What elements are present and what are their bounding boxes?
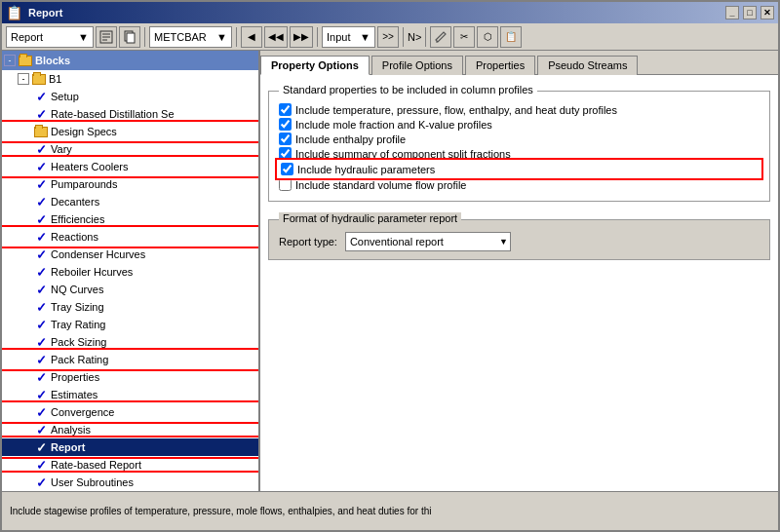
checkbox-hydraulic-params[interactable]: [281, 163, 293, 175]
toolbar-btn-2[interactable]: [119, 26, 140, 48]
tree-item-reboiler-hcurves[interactable]: ✓ Reboiler Hcurves: [2, 263, 258, 281]
nav-right-btn[interactable]: >>: [377, 26, 399, 48]
tree-item-decanters[interactable]: ✓ Decanters: [2, 193, 258, 210]
paste-btn[interactable]: 📋: [500, 26, 522, 48]
tree-item-pumparounds[interactable]: ✓ Pumparounds: [2, 175, 258, 193]
tab-pseudo-streams[interactable]: Pseudo Streams: [537, 56, 638, 75]
nq-curves-check-icon: ✓: [33, 282, 49, 297]
tab-profile-options[interactable]: Profile Options: [371, 56, 463, 75]
decanters-check-icon: ✓: [33, 194, 49, 209]
pack-sizing-label: Pack Sizing: [51, 336, 106, 348]
user-sub-check-icon: ✓: [33, 475, 49, 490]
right-panel: Property Options Profile Options Propert…: [260, 51, 778, 491]
copy-btn[interactable]: ⬡: [477, 26, 498, 48]
tabs-bar: Property Options Profile Options Propert…: [260, 51, 778, 75]
analysis-check-icon: ✓: [33, 422, 49, 437]
tree-item-estimates[interactable]: ✓ Estimates: [2, 386, 258, 403]
checkbox-mole-fraction[interactable]: [279, 118, 292, 131]
minimize-btn[interactable]: _: [725, 6, 739, 19]
checkbox-mole-fraction-label: Include mole fraction and K-value profil…: [295, 119, 492, 131]
sep-4: [403, 27, 404, 47]
format-section-title: Format of hydraulic parameter report: [279, 212, 461, 224]
close-btn[interactable]: ✕: [760, 6, 774, 19]
window-title: Report: [28, 7, 62, 19]
sep-1: [144, 27, 145, 47]
nq-curves-label: NQ Curves: [51, 284, 103, 295]
tab-properties[interactable]: Properties: [465, 56, 535, 75]
tree-item-rate-based-report[interactable]: ✓ Rate-based Report: [2, 456, 258, 474]
tree-item-setup[interactable]: ✓ Setup: [2, 88, 258, 105]
format-section: Format of hydraulic parameter report Rep…: [268, 219, 770, 260]
tree-item-design-specs[interactable]: Design Specs: [2, 123, 258, 140]
convergence-label: Convergence: [51, 406, 114, 418]
maximize-btn[interactable]: □: [743, 6, 757, 19]
tree-item-efficiencies[interactable]: ✓ Efficiencies: [2, 210, 258, 228]
tree-panel: - Blocks - B1 ✓ Setup: [2, 51, 260, 491]
tree-item-blocks[interactable]: - Blocks: [2, 51, 258, 70]
tree-item-properties[interactable]: ✓ Properties: [2, 368, 258, 386]
reactions-check-icon: ✓: [33, 229, 49, 245]
tree-item-nq-curves[interactable]: ✓ NQ Curves: [2, 281, 258, 298]
tree-item-tray-sizing[interactable]: ✓ Tray Sizing: [2, 298, 258, 316]
edit-btn[interactable]: [430, 26, 451, 48]
tree-item-b1[interactable]: - B1: [2, 70, 258, 88]
efficiencies-label: Efficiencies: [51, 213, 104, 225]
checkbox-summary-component[interactable]: [279, 147, 292, 160]
tab-pseudo-streams-label: Pseudo Streams: [548, 59, 627, 71]
input-dropdown[interactable]: Input ▼: [322, 26, 375, 48]
convergence-check-icon: ✓: [33, 404, 49, 420]
b1-expand[interactable]: -: [18, 73, 29, 85]
pumparounds-check-icon: ✓: [33, 176, 49, 192]
rate-dist-check-icon: ✓: [33, 106, 49, 122]
tree-item-convergence[interactable]: ✓ Convergence: [2, 403, 258, 421]
fwd2-btn[interactable]: ▶▶: [290, 26, 313, 48]
property-options-content: Standard properties to be included in co…: [260, 75, 778, 491]
title-bar: 📋 Report _ □ ✕: [2, 2, 778, 23]
report-type-label: Report type:: [279, 236, 337, 247]
back2-btn[interactable]: ◀◀: [264, 26, 288, 48]
checkbox-row-temp-press: Include temperature, pressure, flow, ent…: [279, 103, 760, 116]
tree-item-heaters-coolers[interactable]: ✓ Heaters Coolers: [2, 158, 258, 175]
cut-btn[interactable]: ✂: [453, 26, 475, 48]
sep-5: [425, 27, 426, 47]
tree-item-analysis[interactable]: ✓ Analysis: [2, 421, 258, 438]
back-btn[interactable]: ◀: [241, 26, 262, 48]
tray-rating-check-icon: ✓: [33, 317, 49, 332]
pack-rating-check-icon: ✓: [33, 352, 49, 367]
checkbox-row-summary-component: Include summary of component split fract…: [279, 147, 760, 160]
pack-rating-label: Pack Rating: [51, 354, 108, 365]
tree-item-vary[interactable]: ✓ Vary: [2, 140, 258, 158]
properties-label: Properties: [51, 371, 99, 383]
tree-item-report[interactable]: ✓ Report: [2, 438, 258, 456]
report-dropdown[interactable]: Report ▼: [6, 26, 94, 48]
tab-property-options[interactable]: Property Options: [260, 56, 370, 75]
toolbar-btn-1[interactable]: [96, 26, 117, 48]
tree-item-condenser-hcurves[interactable]: ✓ Condenser Hcurves: [2, 246, 258, 263]
tab-profile-options-label: Profile Options: [382, 59, 452, 71]
blocks-folder-icon: [18, 53, 33, 68]
blocks-expand[interactable]: -: [4, 55, 16, 66]
checkbox-standard-volume[interactable]: [279, 178, 292, 191]
tree-item-rate-dist[interactable]: ✓ Rate-based Distillation Se: [2, 105, 258, 123]
checkbox-temp-press[interactable]: [279, 103, 292, 116]
sep-2: [236, 27, 237, 47]
svg-rect-5: [127, 33, 135, 43]
checkbox-temp-press-label: Include temperature, pressure, flow, ent…: [295, 104, 617, 116]
checkboxes-container: Include temperature, pressure, flow, ent…: [279, 103, 760, 191]
tree-item-pack-sizing[interactable]: ✓ Pack Sizing: [2, 333, 258, 351]
rate-based-check-icon: ✓: [33, 457, 49, 473]
checkbox-enthalpy-label: Include enthalpy profile: [295, 133, 406, 145]
user-sub-label: User Subroutines: [51, 476, 134, 488]
tree-item-pack-rating[interactable]: ✓ Pack Rating: [2, 351, 258, 368]
checkbox-enthalpy[interactable]: [279, 133, 292, 145]
checkbox-row-enthalpy: Include enthalpy profile: [279, 133, 760, 145]
report-check-icon: ✓: [33, 439, 49, 455]
metcbar-dropdown[interactable]: METCBAR ▼: [149, 26, 232, 48]
status-bar: Include stagewise profiles of temperatur…: [2, 491, 778, 530]
estimates-check-icon: ✓: [33, 387, 49, 402]
report-type-dropdown[interactable]: Conventional report Summary report Detai…: [345, 232, 511, 251]
report-tree-label: Report: [51, 441, 85, 453]
tree-item-tray-rating[interactable]: ✓ Tray Rating: [2, 316, 258, 333]
tree-item-user-subroutines[interactable]: ✓ User Subroutines: [2, 474, 258, 491]
tree-item-reactions[interactable]: ✓ Reactions: [2, 228, 258, 246]
